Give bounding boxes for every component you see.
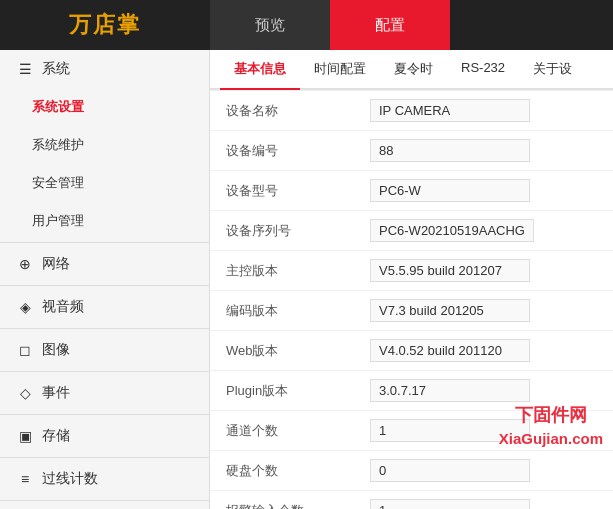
info-value-box: 1: [370, 499, 530, 509]
image-icon: ◻: [16, 341, 34, 359]
info-row: 设备编号 88: [210, 131, 613, 171]
tab-about[interactable]: 关于设: [519, 50, 586, 90]
nav-tab-config[interactable]: 配置: [330, 0, 450, 50]
info-row: 编码版本 V7.3 build 201205: [210, 291, 613, 331]
info-label: 设备型号: [210, 174, 360, 208]
nav-tab-preview[interactable]: 预览: [210, 0, 330, 50]
divider-2: [0, 285, 209, 286]
info-value: 88: [360, 131, 613, 170]
info-value: V7.3 build 201205: [360, 291, 613, 330]
sidebar-item-security[interactable]: 安全管理: [0, 164, 209, 202]
info-label: Plugin版本: [210, 374, 360, 408]
info-row: 通道个数 1: [210, 411, 613, 451]
tab-dst[interactable]: 夏令时: [380, 50, 447, 90]
info-row: Plugin版本 3.0.7.17: [210, 371, 613, 411]
info-value-box: IP CAMERA: [370, 99, 530, 122]
info-row: 报警输入个数 1: [210, 491, 613, 509]
logo: 万店掌: [69, 10, 141, 40]
info-label: 设备序列号: [210, 214, 360, 248]
storage-icon: ▣: [16, 427, 34, 445]
info-row: 设备名称 IP CAMERA: [210, 90, 613, 131]
info-value-box: V7.3 build 201205: [370, 299, 530, 322]
info-value: IP CAMERA: [360, 91, 613, 130]
info-label: 主控版本: [210, 254, 360, 288]
info-value-box: V4.0.52 build 201120: [370, 339, 530, 362]
sidebar-item-storage[interactable]: ▣ 存储: [0, 417, 209, 455]
info-row: 设备型号 PC6-W: [210, 171, 613, 211]
info-row: 设备序列号 PC6-W20210519AACHG: [210, 211, 613, 251]
sidebar-item-system-settings[interactable]: 系统设置: [0, 88, 209, 126]
info-table: 设备名称 IP CAMERA 设备编号 88 设备型号 PC6-W 设备序列号 …: [210, 90, 613, 509]
sidebar-item-entrance[interactable]: ◎ 踏口分析: [0, 503, 209, 509]
info-value-box: PC6-W: [370, 179, 530, 202]
sub-tabs: 基本信息 时间配置 夏令时 RS-232 关于设: [210, 50, 613, 90]
tab-rs232[interactable]: RS-232: [447, 50, 519, 90]
info-value-box: 3.0.7.17: [370, 379, 530, 402]
sidebar-item-network[interactable]: ⊕ 网络: [0, 245, 209, 283]
info-value-box: PC6-W20210519AACHG: [370, 219, 534, 242]
info-label: 通道个数: [210, 414, 360, 448]
info-value: 0: [360, 451, 613, 490]
logo-area: 万店掌: [0, 0, 210, 50]
sidebar-item-line-count[interactable]: ≡ 过线计数: [0, 460, 209, 498]
divider-3: [0, 328, 209, 329]
sidebar-item-system[interactable]: ☰ 系统: [0, 50, 209, 88]
network-icon: ⊕: [16, 255, 34, 273]
sidebar-item-audio-video[interactable]: ◈ 视音频: [0, 288, 209, 326]
sidebar-item-system-maintenance[interactable]: 系统维护: [0, 126, 209, 164]
info-value: 1: [360, 411, 613, 450]
info-value-box: 88: [370, 139, 530, 162]
info-row: 硬盘个数 0: [210, 451, 613, 491]
info-label: 报警输入个数: [210, 494, 360, 510]
event-icon: ◇: [16, 384, 34, 402]
info-value-box: 1: [370, 419, 530, 442]
system-icon: ☰: [16, 60, 34, 78]
info-value: 1: [360, 491, 613, 509]
sidebar: ☰ 系统 系统设置 系统维护 安全管理 用户管理 ⊕ 网络 ◈ 视音频: [0, 50, 210, 509]
info-label: Web版本: [210, 334, 360, 368]
divider-7: [0, 500, 209, 501]
info-value: PC6-W20210519AACHG: [360, 211, 613, 250]
info-label: 设备编号: [210, 134, 360, 168]
info-value: 3.0.7.17: [360, 371, 613, 410]
info-value-box: V5.5.95 build 201207: [370, 259, 530, 282]
header: 万店掌 预览 配置: [0, 0, 613, 50]
info-row: 主控版本 V5.5.95 build 201207: [210, 251, 613, 291]
info-value: PC6-W: [360, 171, 613, 210]
info-value: V4.0.52 build 201120: [360, 331, 613, 370]
sidebar-item-user-management[interactable]: 用户管理: [0, 202, 209, 240]
tab-time-config[interactable]: 时间配置: [300, 50, 380, 90]
av-icon: ◈: [16, 298, 34, 316]
info-label: 硬盘个数: [210, 454, 360, 488]
info-value-box: 0: [370, 459, 530, 482]
info-label: 设备名称: [210, 94, 360, 128]
line-count-icon: ≡: [16, 470, 34, 488]
sidebar-item-image[interactable]: ◻ 图像: [0, 331, 209, 369]
main-content: 基本信息 时间配置 夏令时 RS-232 关于设 设备名称 IP CAMERA …: [210, 50, 613, 509]
info-value: V5.5.95 build 201207: [360, 251, 613, 290]
divider-1: [0, 242, 209, 243]
info-row: Web版本 V4.0.52 build 201120: [210, 331, 613, 371]
divider-5: [0, 414, 209, 415]
sidebar-group-system: ☰ 系统 系统设置 系统维护 安全管理 用户管理: [0, 50, 209, 240]
sidebar-item-event[interactable]: ◇ 事件: [0, 374, 209, 412]
divider-6: [0, 457, 209, 458]
nav-tabs: 预览 配置: [210, 0, 613, 50]
info-label: 编码版本: [210, 294, 360, 328]
divider-4: [0, 371, 209, 372]
tab-basic-info[interactable]: 基本信息: [220, 50, 300, 90]
layout: ☰ 系统 系统设置 系统维护 安全管理 用户管理 ⊕ 网络 ◈ 视音频: [0, 50, 613, 509]
